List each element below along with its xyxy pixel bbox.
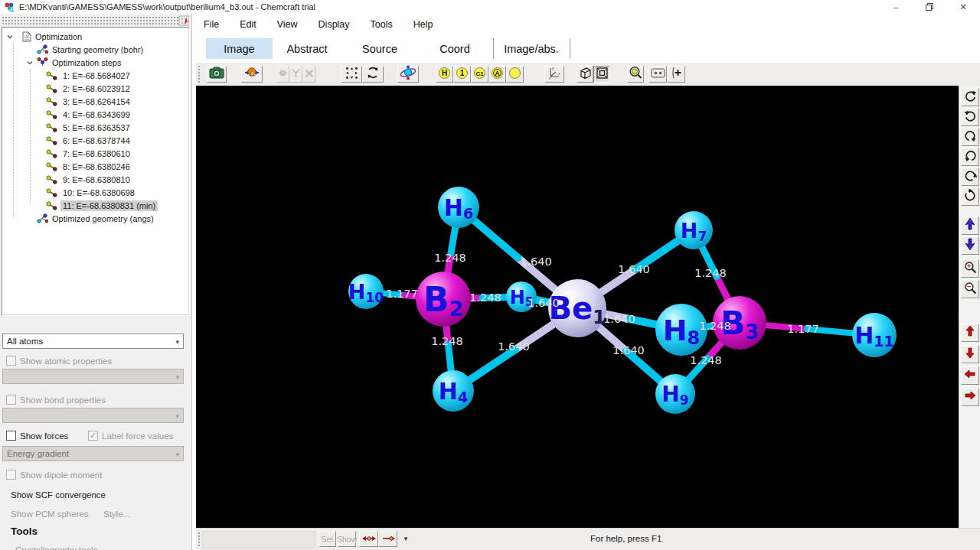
shift-right-button[interactable] [961,388,979,406]
tree-item-optimized-geometry-angs-[interactable]: Optimized geometry (angs) [2,212,188,225]
atomic-properties-select[interactable]: ▾ [2,369,184,384]
toolbar-drag-handle[interactable] [198,65,201,83]
atom-H10[interactable]: H10 [348,274,384,309]
atom-H11[interactable]: H11 [852,313,897,357]
rotate-z-ccw-button[interactable] [961,187,979,206]
show-axes-button[interactable]: yxz [544,66,564,83]
tree-item-optimization-steps[interactable]: Optimization steps [2,56,188,69]
move-atoms-button[interactable] [241,66,263,83]
bottom-toolbar-drag-handle[interactable] [198,532,201,547]
zoom-out-button[interactable]: − [961,280,979,298]
tab-source[interactable]: Source [351,38,408,59]
molecule-viewport[interactable]: H6 H10 H4 B2 H5 Be1 H7 B3 H9 H8 H111.177… [196,86,959,528]
animate-forward-button[interactable] [378,531,397,547]
panel-drag-handle[interactable] [2,16,179,25]
menu-help[interactable]: Help [413,19,433,30]
bond-properties-select[interactable]: ▾ [2,408,184,423]
show-bond-properties-row: Show bond properties [6,395,106,405]
shift-down-button[interactable] [961,345,979,363]
bond-length-label: 1.640 [618,263,650,275]
zoom-in-button[interactable]: + [961,259,979,278]
rotate-y-ccw-button[interactable] [961,108,979,126]
menu-edit[interactable]: Edit [240,19,256,30]
zoom-in-icon: + [964,261,977,277]
select-atom-button[interactable] [276,66,289,83]
minimize-button[interactable]: – [879,0,913,14]
show-frame-button[interactable] [593,66,610,83]
animation-menu-caret[interactable]: ▼ [403,535,409,542]
rotate-x-ccw-button[interactable] [961,148,979,166]
molecule-canvas[interactable]: H6 H10 H4 B2 H5 Be1 H7 B3 H9 H8 H111.177… [196,86,959,528]
animate-both-button[interactable] [359,531,378,547]
scf-convergence-link[interactable]: Show SCF convergence [11,490,106,500]
show-bond-properties-label: Show bond properties [20,395,106,405]
shift-up-button[interactable] [961,324,979,342]
rot5-icon [964,169,977,185]
label-element-num-button[interactable]: C1 [471,66,488,83]
delete-selection-button[interactable] [302,66,315,83]
zoom-fragment-button[interactable] [627,66,644,83]
label-numbers-button[interactable]: 1 [453,66,471,83]
tree-expander-icon[interactable] [25,58,34,67]
show-bond-properties-checkbox[interactable] [6,395,16,405]
style-link[interactable]: Style... [103,509,130,519]
rotate-y-cw-button[interactable] [961,88,979,106]
add-bond-button[interactable] [289,66,302,83]
add-fragment-button[interactable] [667,66,685,83]
pcm-spheres-link[interactable]: Show PCM spheres [11,509,89,519]
shift-left-button[interactable] [961,366,979,385]
tab-image-abs-[interactable]: Image/abs. [499,38,564,59]
atom-H7[interactable]: H7 [675,211,713,249]
chemcraft-window: E:\MDKvanti\GAMESS\GAMESS\work\output\be… [0,0,980,550]
show-dipole-checkbox[interactable] [6,470,16,480]
tree-item-optimization[interactable]: Optimization [2,30,188,43]
render-molecule-button[interactable] [397,66,419,83]
atom-H6[interactable]: H6 [438,187,479,228]
atom-H4[interactable]: H4 [433,370,474,412]
tab-separator [570,38,570,59]
show-atomic-properties-checkbox[interactable] [6,356,16,366]
move-forward-button[interactable] [961,216,979,235]
restore-button[interactable] [913,0,946,14]
tree-item-label: 3: E=-68.6264154 [60,96,132,107]
crystallography-tools-link[interactable]: Crystallography tools [15,545,97,550]
tree-item-label: 8: E=-68.6380246 [60,161,132,172]
show-forces-checkbox[interactable] [6,431,16,441]
atoms-filter-select[interactable]: All atoms ▾ [2,334,184,349]
tree-connector-line [30,69,31,203]
svg-text:1: 1 [460,69,465,77]
menu-view[interactable]: View [277,19,298,30]
measure-distance-button[interactable] [648,66,667,83]
atom-B2[interactable]: B2 [416,272,471,327]
menu-file[interactable]: File [204,19,219,30]
label-all-button[interactable]: A [488,66,506,83]
label-hydrogens-button[interactable]: H [436,66,453,83]
show-cell-button[interactable] [577,66,593,83]
red-down-icon [964,347,976,362]
tree-expander-icon[interactable] [5,32,15,41]
forces-type-select[interactable]: Energy gradient ▾ [2,446,184,461]
tree-item-starting-geometry-bohr-[interactable]: Starting geometry (bohr) [2,43,188,56]
molecule-y-icon [36,57,48,68]
show-button[interactable]: Show [338,531,356,547]
move-back-button[interactable] [961,236,979,255]
rotate-mode-button[interactable] [362,66,384,83]
capture-image-button[interactable] [207,66,227,83]
tab-coord[interactable]: Coord [426,38,483,59]
tab-abstract[interactable]: Abstract [279,38,335,59]
tab-image[interactable]: Image [206,38,273,59]
translate-mode-button[interactable] [341,66,362,83]
label-force-values-checkbox[interactable]: ✓ [88,431,98,441]
rotate-z-cw-button[interactable] [961,168,979,186]
label-none-button[interactable] [506,66,524,83]
atom-H9[interactable]: H9 [655,374,695,414]
tree-item-label: Optimization steps [50,57,123,68]
close-button[interactable]: ✕ [946,0,980,14]
set-button[interactable]: Set [318,531,336,547]
menu-display[interactable]: Display [318,19,350,30]
label-a-icon: A [491,67,504,83]
panel-dock-icon[interactable] [178,15,189,26]
bond-length-label: 1.248 [690,354,722,366]
rotate-x-cw-button[interactable] [961,128,979,146]
menu-tools[interactable]: Tools [371,19,393,30]
